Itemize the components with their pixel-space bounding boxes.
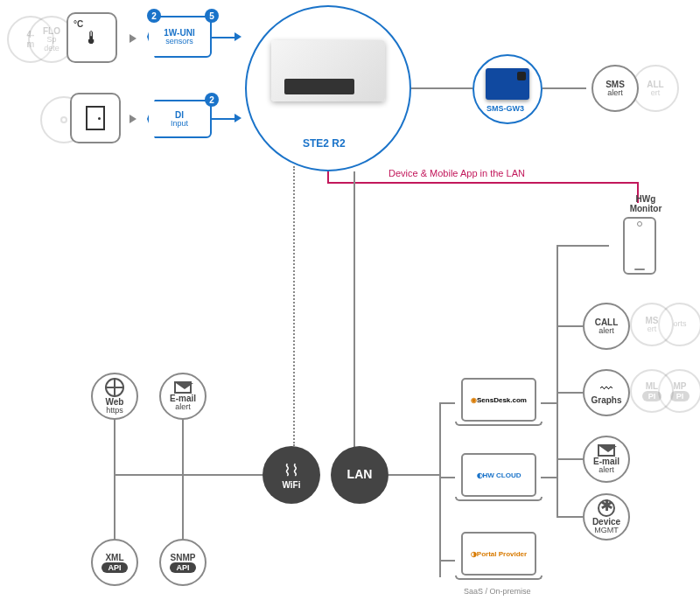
graphs-icon: 〰Graphs: [583, 369, 630, 416]
lan-label: LAN: [347, 468, 373, 481]
connector-line: [212, 37, 236, 38]
connector-line: [541, 402, 556, 404]
hwcloud-laptop: ◐ HW CLOUD: [455, 453, 542, 506]
di-sublabel: Input: [171, 120, 188, 129]
ml-api-icon: MLPI: [630, 369, 674, 413]
connector-line: [556, 458, 583, 460]
arrow-icon: [130, 115, 136, 123]
onewire-sublabel: sensors: [165, 38, 193, 46]
sensdesk-label: SensDesk.com: [477, 396, 527, 404]
thermometer-icon: 🌡: [83, 28, 101, 48]
wifi-icon: ⌇⌇: [284, 461, 299, 480]
sms-label: SMS-GW3: [486, 105, 524, 114]
saas-caption: SaaS / On-premise: [464, 588, 531, 597]
hwcloud-label: HW CLOUD: [483, 471, 522, 479]
red-note-label: Device & Mobile App in the LAN: [388, 168, 525, 178]
mail-icon: [174, 381, 192, 394]
connector-line: [212, 118, 236, 120]
connector-line: [556, 325, 583, 327]
connector-line: [354, 171, 355, 451]
hwg-monitor-label: HWg Monitor: [624, 194, 668, 213]
temp-unit-label: °C: [74, 19, 83, 29]
connector-line: [439, 477, 455, 478]
dotted-wifi-line: [293, 166, 295, 446]
sensdesk-laptop: ◉ SensDesk.com: [455, 378, 542, 430]
red-lan-line: [327, 182, 639, 184]
door-sensor-icon: [70, 93, 121, 143]
ms-alert-icon: MSert: [630, 303, 674, 346]
ste2-label: STE2 R2: [303, 138, 346, 150]
connector-line: [114, 474, 262, 476]
connector-line: [556, 245, 609, 247]
onewire-label: 1W-UNI: [164, 28, 194, 38]
call-alert-icon: ALLert: [632, 65, 679, 112]
connector-line: [542, 87, 586, 89]
onewire-count-a-badge: 2: [147, 9, 161, 23]
email-left-icon: E-mailalert: [159, 373, 206, 420]
connector-line: [556, 392, 583, 394]
arrow-icon: [234, 32, 242, 41]
door-icon: [86, 106, 105, 130]
connector-line: [182, 418, 184, 549]
onewire-count-b-badge: 5: [205, 9, 219, 23]
connector-line: [114, 418, 116, 549]
connector-line: [388, 474, 441, 476]
sms-alert-icon: SMSalert: [592, 65, 639, 112]
connector-line: [541, 477, 556, 478]
device-mgmt-icon: DeviceMGMT: [583, 493, 630, 541]
globe-icon: [105, 378, 124, 397]
wifi-label: WiFi: [282, 480, 300, 490]
wifi-node: ⌇⌇ WiFi: [262, 446, 320, 504]
mail-icon: [598, 444, 615, 457]
connector-line: [439, 560, 455, 562]
call-alert-icon: CALLalert: [583, 303, 630, 350]
web-icon: Webhttps: [91, 373, 138, 420]
connector-line: [411, 87, 472, 89]
connector-line: [439, 402, 441, 577]
lan-node: LAN: [331, 446, 388, 504]
di-count-badge: 2: [205, 93, 219, 107]
gear-icon: [598, 499, 615, 517]
di-input-icon: DI Input: [147, 100, 212, 138]
ste2-device-image: [271, 40, 385, 101]
xml-api-icon: XMLAPI: [91, 539, 138, 586]
temp-sensor-icon: 🌡 °C: [66, 12, 117, 63]
snmp-api-icon: SNMPAPI: [159, 539, 206, 586]
phone-icon: [623, 217, 656, 275]
arrow-icon: [130, 34, 136, 43]
di-label: DI: [175, 110, 184, 120]
portal-laptop: ◑ Portal Provider: [455, 532, 542, 584]
email-alert-icon: E-mailalert: [583, 436, 630, 483]
connector-line: [556, 245, 558, 516]
sms-device-image: [486, 68, 529, 100]
portal-label: Portal Provider: [477, 550, 527, 558]
connector-line: [556, 516, 583, 518]
arrow-icon: [234, 114, 242, 122]
connector-line: [439, 402, 455, 404]
